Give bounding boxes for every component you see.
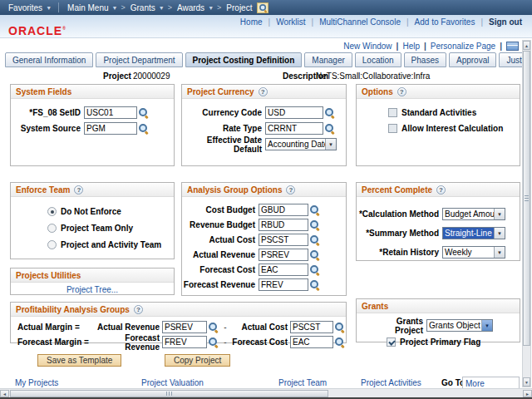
horizontal-scrollbar-thumb[interactable] [10,390,328,397]
lookup-icon[interactable] [208,337,219,347]
lookup-icon[interactable] [334,337,345,347]
currency-code-input[interactable]: USD [265,106,323,119]
retain-history-select[interactable]: Weekly [442,246,505,259]
field-row: Actual Cost PSCST [182,234,346,246]
goto-label: Go To [441,378,465,387]
tab-approval[interactable]: Approval [449,52,496,67]
project-and-activity-team-radio[interactable] [47,240,57,249]
help-icon[interactable] [134,305,143,314]
personalize-layout-icon[interactable] [506,42,519,51]
scroll-down-icon[interactable]: ▼ [523,377,530,387]
scroll-up-icon[interactable]: ▲ [523,41,530,50]
chevron-down-icon[interactable] [481,320,492,331]
my-projects-link[interactable]: My Projects [15,378,58,387]
project-team-only-label: Project Team Only [57,224,133,233]
lookup-icon[interactable] [309,249,320,260]
breadcrumb-grants[interactable]: Grants [131,3,155,12]
tab-project-department[interactable]: Project Department [96,52,182,67]
fs08-setid-input[interactable]: USC01 [84,106,137,119]
lookup-icon[interactable] [324,123,335,134]
forecast-revenue-input[interactable]: FREV [259,278,308,291]
breadcrumb-search-icon[interactable] [257,2,268,13]
horizontal-scrollbar[interactable]: ◄ ► [0,388,532,397]
system-source-input[interactable]: PGM [84,122,137,135]
tab-location[interactable]: Location [355,52,401,67]
help-link[interactable]: Help [402,42,420,51]
summary-method-select[interactable]: Straight-Line [442,227,505,239]
lookup-icon[interactable] [208,322,219,332]
cost-budget-input[interactable]: GBUD [259,204,308,216]
lookup-icon[interactable] [309,219,320,230]
goto-more-select[interactable]: More [462,377,520,389]
allow-interest-calculation-checkbox[interactable] [388,124,397,133]
radio-row: Do Not Enforce [11,205,174,218]
chevron-down-icon[interactable] [494,209,505,219]
tab-phases[interactable]: Phases [404,52,446,67]
project-team-only-radio[interactable] [47,224,57,233]
chevron-down-icon[interactable] [494,247,505,258]
calculation-method-select[interactable]: Budget Amou [442,208,505,220]
new-window-link[interactable]: New Window [343,42,392,51]
main-menu[interactable]: Main Menu [67,3,108,12]
breadcrumb-project[interactable]: Project [226,3,252,12]
project-primary-flag-checkbox[interactable] [387,337,396,347]
tab-manager[interactable]: Manager [304,52,352,67]
project-team-link[interactable]: Project Team [278,378,327,387]
standard-activities-checkbox[interactable] [388,108,397,117]
add-to-favorites-link[interactable]: Add to Favorites [415,17,475,27]
effective-date-default-select[interactable]: Accounting Date [265,138,337,150]
sign-out-link[interactable]: Sign out [489,17,522,27]
favorites-menu[interactable]: Favorites [8,3,42,12]
group-box-analysis-group-options: Analysis Group Options Cost Budget GBUD … [181,182,347,296]
radio-row: Project and Activity Team [11,239,174,251]
actual-cost-input[interactable]: PSCST [290,321,333,333]
help-icon[interactable] [259,87,268,96]
lookup-icon[interactable] [309,234,320,245]
revenue-budget-input[interactable]: RBUD [259,219,308,231]
breadcrumb-awards[interactable]: Awards [177,3,204,12]
lookup-icon[interactable] [309,204,320,215]
project-tree-link[interactable]: Project Tree... [11,283,174,297]
help-icon[interactable] [74,185,83,195]
worklist-link[interactable]: Worklist [276,17,305,27]
do-not-enforce-radio[interactable] [47,207,57,216]
tab-project-costing-definition[interactable]: Project Costing Definition [185,52,303,67]
scroll-left-icon[interactable]: ◄ [0,390,9,397]
forecast-cost-label: Forecast Cost [182,265,259,274]
help-icon[interactable] [286,185,295,195]
actual-revenue-input[interactable]: PSREV [259,249,308,261]
group-box-project-currency: Project Currency Currency Code USD Rate … [181,84,347,166]
rate-type-input[interactable]: CRRNT [265,122,323,135]
tab-general-information[interactable]: General Information [5,52,93,67]
grants-project-select[interactable]: Grants Object [426,319,493,332]
actual-cost-label: Actual Cost [182,235,259,244]
forecast-cost-input[interactable]: EAC [290,336,333,348]
forecast-cost-input[interactable]: EAC [259,264,308,276]
vertical-scrollbar-thumb[interactable] [523,51,530,346]
scroll-right-icon[interactable]: ► [523,390,532,397]
actual-revenue-input[interactable]: PSREV [162,321,207,333]
lookup-icon[interactable] [138,123,149,134]
actual-cost-input[interactable]: PSCST [259,234,308,246]
lookup-icon[interactable] [309,264,320,275]
lookup-icon[interactable] [324,107,335,118]
group-box-options: Options Standard Activities Allow Intere… [356,84,520,166]
lookup-icon[interactable] [138,107,149,118]
copy-project-button[interactable]: Copy Project [165,354,230,367]
forecast-revenue-input[interactable]: FREV [162,336,207,348]
help-icon[interactable] [397,87,406,96]
chevron-down-icon[interactable] [494,228,505,239]
lookup-icon[interactable] [309,279,320,290]
chevron-down-icon[interactable] [325,139,336,150]
oracle-logo: ORACLE® [8,24,66,37]
project-valuation-link[interactable]: Project Valuation [141,378,204,387]
vertical-scrollbar[interactable]: ▲ ▼ [522,40,531,387]
multichannel-console-link[interactable]: MultiChannel Console [319,17,401,27]
personalize-page-link[interactable]: Personalize Page [431,42,495,51]
project-activities-link[interactable]: Project Activities [361,378,421,387]
lookup-icon[interactable] [334,322,345,332]
section-title: Project Currency [187,87,254,96]
save-as-template-button[interactable]: Save as Template [37,354,121,367]
help-icon[interactable] [436,185,446,195]
home-link[interactable]: Home [240,17,263,27]
